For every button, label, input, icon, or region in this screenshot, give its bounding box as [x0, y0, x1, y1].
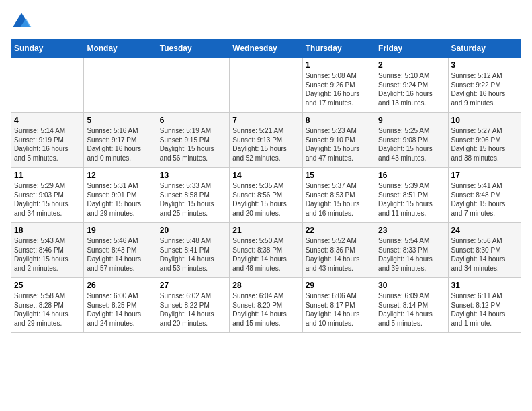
calendar-cell	[11, 58, 84, 113]
day-number: 9	[378, 116, 445, 125]
day-info: Sunrise: 6:06 AM Sunset: 8:17 PM Dayligh…	[306, 291, 372, 328]
day-info: Sunrise: 5:56 AM Sunset: 8:30 PM Dayligh…	[451, 236, 518, 273]
day-info: Sunrise: 5:41 AM Sunset: 8:48 PM Dayligh…	[451, 181, 518, 218]
calendar-cell: 21Sunrise: 5:50 AM Sunset: 8:38 PM Dayli…	[230, 223, 302, 278]
calendar-cell	[230, 58, 302, 113]
day-info: Sunrise: 5:27 AM Sunset: 9:06 PM Dayligh…	[451, 126, 518, 163]
day-info: Sunrise: 5:35 AM Sunset: 8:56 PM Dayligh…	[232, 181, 299, 218]
day-info: Sunrise: 5:48 AM Sunset: 8:41 PM Dayligh…	[160, 236, 226, 273]
day-number: 15	[306, 171, 372, 180]
calendar-cell: 14Sunrise: 5:35 AM Sunset: 8:56 PM Dayli…	[230, 168, 302, 223]
day-number: 20	[160, 226, 226, 235]
day-number: 18	[14, 226, 81, 235]
day-number: 27	[160, 281, 226, 290]
day-number: 4	[14, 116, 81, 125]
day-number: 13	[160, 171, 226, 180]
day-number: 5	[87, 116, 153, 125]
day-info: Sunrise: 5:16 AM Sunset: 9:17 PM Dayligh…	[87, 126, 153, 163]
calendar-cell: 13Sunrise: 5:33 AM Sunset: 8:58 PM Dayli…	[157, 168, 229, 223]
calendar-cell: 30Sunrise: 6:09 AM Sunset: 8:14 PM Dayli…	[375, 278, 448, 333]
day-info: Sunrise: 6:11 AM Sunset: 8:12 PM Dayligh…	[451, 291, 518, 328]
day-info: Sunrise: 6:04 AM Sunset: 8:20 PM Dayligh…	[232, 291, 299, 328]
calendar-week-2: 4Sunrise: 5:14 AM Sunset: 9:19 PM Daylig…	[11, 113, 521, 168]
day-number: 16	[378, 171, 445, 180]
calendar-cell: 10Sunrise: 5:27 AM Sunset: 9:06 PM Dayli…	[448, 113, 521, 168]
calendar-week-5: 25Sunrise: 5:58 AM Sunset: 8:28 PM Dayli…	[11, 278, 521, 333]
day-info: Sunrise: 5:25 AM Sunset: 9:08 PM Dayligh…	[378, 126, 445, 163]
day-number: 17	[451, 171, 518, 180]
calendar-cell: 25Sunrise: 5:58 AM Sunset: 8:28 PM Dayli…	[11, 278, 84, 333]
logo	[11, 11, 35, 32]
calendar-cell: 16Sunrise: 5:39 AM Sunset: 8:51 PM Dayli…	[375, 168, 448, 223]
day-number: 11	[14, 171, 81, 180]
day-number: 28	[232, 281, 299, 290]
calendar-cell: 17Sunrise: 5:41 AM Sunset: 8:48 PM Dayli…	[448, 168, 521, 223]
calendar-cell: 9Sunrise: 5:25 AM Sunset: 9:08 PM Daylig…	[375, 113, 448, 168]
day-info: Sunrise: 5:19 AM Sunset: 9:15 PM Dayligh…	[160, 126, 226, 163]
day-number: 2	[378, 60, 445, 70]
weekday-header-row: SundayMondayTuesdayWednesdayThursdayFrid…	[11, 40, 521, 58]
calendar-cell: 26Sunrise: 6:00 AM Sunset: 8:25 PM Dayli…	[84, 278, 157, 333]
day-number: 22	[306, 226, 372, 235]
weekday-header-tuesday: Tuesday	[157, 40, 229, 58]
day-number: 1	[306, 60, 372, 70]
day-info: Sunrise: 5:33 AM Sunset: 8:58 PM Dayligh…	[160, 181, 226, 218]
calendar-cell: 22Sunrise: 5:52 AM Sunset: 8:36 PM Dayli…	[302, 223, 375, 278]
day-number: 30	[378, 281, 445, 290]
calendar-cell: 27Sunrise: 6:02 AM Sunset: 8:22 PM Dayli…	[157, 278, 229, 333]
day-number: 24	[451, 226, 518, 235]
day-number: 3	[451, 60, 518, 70]
day-info: Sunrise: 5:14 AM Sunset: 9:19 PM Dayligh…	[14, 126, 81, 163]
calendar-cell: 1Sunrise: 5:08 AM Sunset: 9:26 PM Daylig…	[302, 58, 375, 113]
weekday-header-sunday: Sunday	[11, 40, 84, 58]
day-number: 7	[232, 116, 299, 125]
day-info: Sunrise: 5:37 AM Sunset: 8:53 PM Dayligh…	[306, 181, 372, 218]
calendar-cell: 5Sunrise: 5:16 AM Sunset: 9:17 PM Daylig…	[84, 113, 157, 168]
day-number: 21	[232, 226, 299, 235]
day-info: Sunrise: 5:43 AM Sunset: 8:46 PM Dayligh…	[14, 236, 81, 273]
day-info: Sunrise: 5:12 AM Sunset: 9:22 PM Dayligh…	[451, 71, 518, 107]
day-number: 23	[378, 226, 445, 235]
calendar-week-4: 18Sunrise: 5:43 AM Sunset: 8:46 PM Dayli…	[11, 223, 521, 278]
day-number: 29	[306, 281, 372, 290]
calendar-cell: 7Sunrise: 5:21 AM Sunset: 9:13 PM Daylig…	[230, 113, 302, 168]
day-info: Sunrise: 5:10 AM Sunset: 9:24 PM Dayligh…	[378, 71, 445, 107]
calendar-table: SundayMondayTuesdayWednesdayThursdayFrid…	[11, 39, 521, 333]
day-info: Sunrise: 5:52 AM Sunset: 8:36 PM Dayligh…	[306, 236, 372, 273]
day-number: 6	[160, 116, 226, 125]
weekday-header-monday: Monday	[84, 40, 157, 58]
day-number: 19	[87, 226, 153, 235]
day-info: Sunrise: 5:46 AM Sunset: 8:43 PM Dayligh…	[87, 236, 153, 273]
weekday-header-saturday: Saturday	[448, 40, 521, 58]
day-number: 26	[87, 281, 153, 290]
weekday-header-thursday: Thursday	[302, 40, 375, 58]
day-info: Sunrise: 5:39 AM Sunset: 8:51 PM Dayligh…	[378, 181, 445, 218]
calendar-cell: 29Sunrise: 6:06 AM Sunset: 8:17 PM Dayli…	[302, 278, 375, 333]
day-info: Sunrise: 5:58 AM Sunset: 8:28 PM Dayligh…	[14, 291, 81, 328]
day-info: Sunrise: 5:54 AM Sunset: 8:33 PM Dayligh…	[378, 236, 445, 273]
day-number: 10	[451, 116, 518, 125]
calendar-cell: 15Sunrise: 5:37 AM Sunset: 8:53 PM Dayli…	[302, 168, 375, 223]
day-info: Sunrise: 5:29 AM Sunset: 9:03 PM Dayligh…	[14, 181, 81, 218]
calendar-cell: 24Sunrise: 5:56 AM Sunset: 8:30 PM Dayli…	[448, 223, 521, 278]
day-number: 12	[87, 171, 153, 180]
day-info: Sunrise: 6:00 AM Sunset: 8:25 PM Dayligh…	[87, 291, 153, 328]
day-info: Sunrise: 5:08 AM Sunset: 9:26 PM Dayligh…	[306, 71, 372, 107]
day-number: 14	[232, 171, 299, 180]
weekday-header-friday: Friday	[375, 40, 448, 58]
calendar-cell	[157, 58, 229, 113]
calendar-cell: 23Sunrise: 5:54 AM Sunset: 8:33 PM Dayli…	[375, 223, 448, 278]
day-info: Sunrise: 6:09 AM Sunset: 8:14 PM Dayligh…	[378, 291, 445, 328]
calendar-cell: 20Sunrise: 5:48 AM Sunset: 8:41 PM Dayli…	[157, 223, 229, 278]
calendar-cell: 11Sunrise: 5:29 AM Sunset: 9:03 PM Dayli…	[11, 168, 84, 223]
calendar-cell: 8Sunrise: 5:23 AM Sunset: 9:10 PM Daylig…	[302, 113, 375, 168]
calendar-cell: 4Sunrise: 5:14 AM Sunset: 9:19 PM Daylig…	[11, 113, 84, 168]
day-info: Sunrise: 5:21 AM Sunset: 9:13 PM Dayligh…	[232, 126, 299, 163]
calendar-cell: 19Sunrise: 5:46 AM Sunset: 8:43 PM Dayli…	[84, 223, 157, 278]
day-info: Sunrise: 5:50 AM Sunset: 8:38 PM Dayligh…	[232, 236, 299, 273]
day-number: 31	[451, 281, 518, 290]
logo-icon	[11, 11, 32, 32]
calendar-cell: 28Sunrise: 6:04 AM Sunset: 8:20 PM Dayli…	[230, 278, 302, 333]
calendar-cell: 18Sunrise: 5:43 AM Sunset: 8:46 PM Dayli…	[11, 223, 84, 278]
page-header	[11, 11, 521, 32]
